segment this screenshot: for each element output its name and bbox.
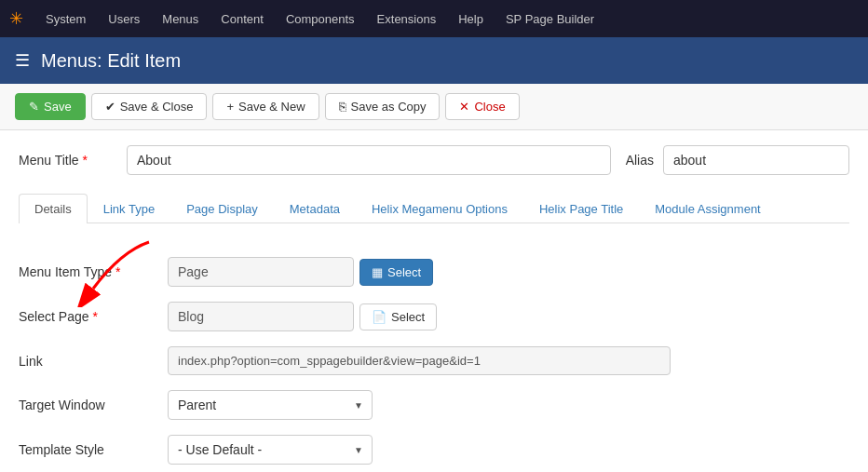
save-copy-button[interactable]: ⎘ Save as Copy: [325, 93, 441, 120]
required-marker: *: [82, 153, 87, 168]
target-window-row: Target Window Parent _blank _self _top: [19, 390, 849, 420]
template-style-label: Template Style: [19, 436, 168, 464]
target-window-label: Target Window: [19, 391, 168, 419]
tab-link-type[interactable]: Link Type: [88, 194, 170, 223]
template-style-select[interactable]: - Use Default -: [168, 435, 373, 465]
select-page-value: Blog: [168, 302, 354, 331]
header-bar: ☰ Menus: Edit Item: [0, 37, 868, 84]
nav-help[interactable]: Help: [449, 8, 493, 30]
grid-icon: ▦: [372, 265, 383, 279]
close-button[interactable]: ✕ Close: [445, 93, 519, 120]
nav-system[interactable]: System: [36, 8, 95, 30]
menu-title-row: Menu Title * Alias: [19, 145, 849, 175]
target-window-select-wrapper: Parent _blank _self _top: [168, 390, 373, 420]
save-button[interactable]: ✎ Save: [15, 93, 86, 120]
nav-components[interactable]: Components: [277, 8, 364, 30]
menu-title-label: Menu Title *: [19, 153, 112, 168]
toolbar: ✎ Save ✔ Save & Close + Save & New ⎘ Sav…: [0, 84, 868, 130]
nav-sp-page-builder[interactable]: SP Page Builder: [496, 8, 604, 30]
select-page-button[interactable]: 📄 Select: [359, 303, 437, 330]
save-icon: ✎: [29, 100, 39, 114]
tab-bar: Details Link Type Page Display Metadata …: [19, 194, 849, 223]
nav-users[interactable]: Users: [99, 8, 149, 30]
alias-label: Alias: [626, 153, 654, 168]
select-page-control: Blog 📄 Select: [168, 302, 437, 331]
top-navigation: ✳ System Users Menus Content Components …: [0, 0, 868, 37]
required-marker: *: [115, 264, 120, 279]
target-window-select[interactable]: Parent _blank _self _top: [168, 390, 373, 420]
link-control: [168, 346, 671, 375]
tab-page-display[interactable]: Page Display: [170, 194, 274, 223]
details-tab-content: Menu Item Type * Page ▦ Select Select Pa…: [19, 242, 849, 465]
page-title: Menus: Edit Item: [41, 50, 181, 72]
link-input[interactable]: [168, 346, 671, 375]
target-window-control: Parent _blank _self _top: [168, 390, 373, 420]
link-label: Link: [19, 347, 168, 375]
tab-details[interactable]: Details: [19, 194, 88, 223]
select-page-label: Select Page *: [19, 303, 168, 330]
menu-item-type-label: Menu Item Type *: [19, 258, 168, 286]
alias-group: Alias: [626, 145, 849, 175]
alias-input[interactable]: [663, 145, 849, 175]
select-page-row: Select Page * Blog 📄 Select: [19, 302, 849, 331]
template-style-control: - Use Default -: [168, 435, 373, 465]
copy-icon: ⎘: [339, 100, 346, 114]
template-style-select-wrapper: - Use Default -: [168, 435, 373, 465]
menu-item-type-value: Page: [168, 257, 354, 287]
plus-icon: +: [226, 100, 234, 114]
tab-module-assignment[interactable]: Module Assignment: [639, 194, 776, 223]
menu-item-type-row: Menu Item Type * Page ▦ Select: [19, 257, 849, 287]
menu-item-type-select-button[interactable]: ▦ Select: [359, 259, 433, 286]
file-icon: 📄: [372, 310, 387, 324]
menu-item-type-control: Page ▦ Select: [168, 257, 433, 287]
page-content: Menu Title * Alias Details Link Type Pag…: [0, 130, 868, 472]
check-icon: ✔: [105, 100, 115, 114]
nav-content[interactable]: Content: [211, 8, 273, 30]
save-new-button[interactable]: + Save & New: [212, 93, 319, 120]
tab-metadata[interactable]: Metadata: [274, 194, 356, 223]
sidebar-toggle-icon[interactable]: ☰: [15, 50, 30, 71]
joomla-logo-icon: ✳: [9, 8, 23, 29]
required-marker: *: [92, 309, 97, 324]
nav-extensions[interactable]: Extensions: [368, 8, 446, 30]
tab-helix-page-title[interactable]: Helix Page Title: [523, 194, 639, 223]
close-icon: ✕: [459, 100, 469, 114]
link-row: Link: [19, 346, 849, 375]
tab-helix-megamenu[interactable]: Helix Megamenu Options: [356, 194, 523, 223]
save-close-button[interactable]: ✔ Save & Close: [91, 93, 208, 120]
menu-title-input[interactable]: [127, 145, 611, 175]
nav-menus[interactable]: Menus: [153, 8, 208, 30]
template-style-row: Template Style - Use Default -: [19, 435, 849, 465]
